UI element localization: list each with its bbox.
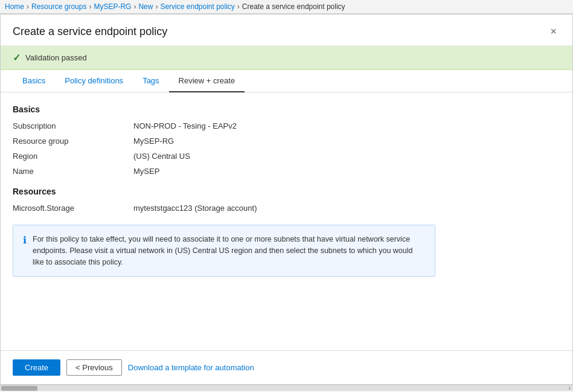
breadcrumb: Home › Resource groups › MySEP-RG › New … (0, 0, 573, 14)
field-label-resource-group: Resource group (13, 137, 133, 146)
check-icon: ✓ (13, 52, 21, 63)
resources-section-title: Resources (13, 187, 560, 196)
tab-tags[interactable]: Tags (133, 70, 168, 92)
breadcrumb-resource-groups[interactable]: Resource groups (31, 2, 86, 11)
tab-policy-definitions[interactable]: Policy definitions (55, 70, 133, 92)
field-value-resource-group: MySEP-RG (133, 137, 174, 146)
field-label-region: Region (13, 152, 133, 161)
field-subscription: Subscription NON-PROD - Tesing - EAPv2 (13, 121, 560, 130)
breadcrumb-mysep-rg[interactable]: MySEP-RG (94, 2, 131, 11)
validation-message: Validation passed (25, 53, 87, 62)
field-microsoft-storage: Microsoft.Storage myteststgacc123 (Stora… (13, 204, 560, 213)
info-box: ℹ For this policy to take effect, you wi… (13, 225, 435, 277)
info-icon: ℹ (23, 234, 27, 268)
info-text: For this policy to take effect, you will… (33, 234, 425, 268)
scrollbar-arrow-right[interactable]: › (566, 385, 573, 391)
scrollbar-thumb[interactable] (1, 386, 37, 391)
dialog-footer: Create < Previous Download a template fo… (1, 350, 572, 384)
breadcrumb-sep-2: › (89, 2, 91, 11)
field-label-storage: Microsoft.Storage (13, 204, 133, 213)
field-label-subscription: Subscription (13, 121, 133, 130)
dialog: Create a service endpoint policy × ✓ Val… (0, 14, 573, 385)
basics-section-title: Basics (13, 104, 560, 114)
field-label-name: Name (13, 167, 133, 176)
download-template-link[interactable]: Download a template for automation (128, 363, 254, 372)
breadcrumb-sep-3: › (133, 2, 136, 11)
previous-button[interactable]: < Previous (66, 359, 122, 376)
tab-basics[interactable]: Basics (13, 70, 55, 92)
dialog-header: Create a service endpoint policy × (1, 14, 572, 46)
field-region: Region (US) Central US (13, 152, 560, 161)
field-name: Name MySEP (13, 167, 560, 176)
field-value-region: (US) Central US (133, 152, 190, 161)
field-value-name: MySEP (133, 167, 159, 176)
breadcrumb-current: Create a service endpoint policy (242, 2, 345, 11)
scrollbar[interactable]: › (0, 385, 573, 391)
field-value-subscription: NON-PROD - Tesing - EAPv2 (133, 121, 237, 130)
breadcrumb-sep-1: › (27, 2, 29, 11)
field-value-storage: myteststgacc123 (Storage account) (133, 204, 257, 213)
dialog-title: Create a service endpoint policy (13, 25, 167, 38)
info-text-content: For this policy to take effect, you will… (33, 235, 413, 266)
tab-review-create[interactable]: Review + create (169, 70, 245, 92)
breadcrumb-sep-policy[interactable]: Service endpoint policy (160, 2, 234, 11)
breadcrumb-sep-4: › (155, 2, 158, 11)
close-button[interactable]: × (546, 24, 560, 39)
resources-section: Resources Microsoft.Storage myteststgacc… (13, 187, 560, 213)
breadcrumb-home[interactable]: Home (5, 2, 24, 11)
content-area: Basics Subscription NON-PROD - Tesing - … (1, 92, 572, 350)
breadcrumb-sep-5: › (237, 2, 240, 11)
create-button[interactable]: Create (13, 359, 60, 376)
validation-bar: ✓ Validation passed (1, 46, 572, 70)
field-resource-group: Resource group MySEP-RG (13, 137, 560, 146)
tabs-bar: Basics Policy definitions Tags Review + … (1, 70, 572, 92)
breadcrumb-new[interactable]: New (138, 2, 153, 11)
